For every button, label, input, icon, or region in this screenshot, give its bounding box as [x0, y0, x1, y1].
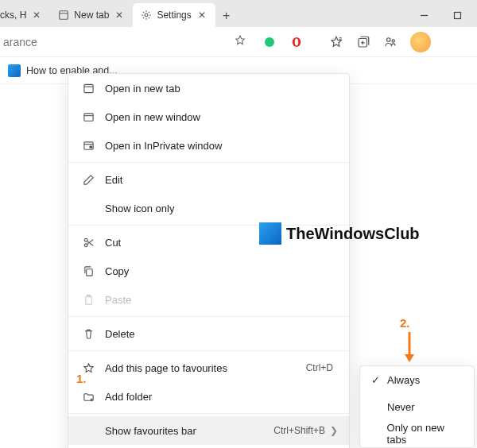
menu-label: Delete — [97, 328, 338, 340]
scissors-icon — [80, 237, 97, 249]
close-icon[interactable]: ✕ — [31, 10, 42, 21]
svg-point-13 — [387, 37, 391, 41]
svg-marker-32 — [405, 354, 414, 362]
menu-paste: Paste — [68, 285, 349, 314]
submenu-never[interactable]: Never — [360, 393, 474, 420]
menu-show-icon-only[interactable]: Show icon only — [68, 194, 349, 222]
submenu-label: Always — [387, 374, 420, 386]
close-icon[interactable]: ✕ — [196, 10, 207, 21]
clipboard-icon — [80, 294, 97, 306]
minimize-button[interactable] — [407, 3, 440, 27]
svg-point-7 — [295, 38, 299, 45]
menu-open-inprivate[interactable]: Open in InPrivate window — [68, 131, 349, 160]
menu-label: Edit — [97, 174, 338, 186]
svg-rect-27 — [85, 295, 91, 303]
menu-add-favourite[interactable]: Add this page to favourites Ctrl+D — [68, 353, 349, 382]
context-menu: Open in new tab Open in new window Open … — [68, 73, 350, 448]
tab-settings[interactable]: Settings ✕ — [133, 3, 215, 27]
menu-label: Show icon only — [97, 203, 338, 214]
tab-label: Settings — [157, 10, 191, 21]
profile-sync-icon[interactable] — [378, 30, 402, 54]
site-icon — [8, 64, 21, 77]
page-icon — [58, 10, 69, 21]
tab-label: cks, H — [0, 10, 26, 21]
menu-label: Show favourites bar — [97, 425, 273, 437]
menu-hide-favourites-button[interactable]: Hide favourites button from toolbar — [68, 445, 349, 448]
menu-open-new-tab[interactable]: Open in new tab — [68, 74, 349, 102]
window-icon — [80, 111, 97, 123]
svg-point-23 — [84, 238, 87, 241]
window-controls — [407, 3, 474, 27]
menu-label: Add folder — [97, 391, 338, 403]
gear-icon — [141, 10, 152, 21]
menu-label: Open in new tab — [97, 83, 338, 95]
address-text: arance — [3, 36, 37, 48]
submenu-label: Only on new tabs — [387, 422, 464, 446]
folder-plus-icon — [80, 391, 97, 403]
opera-icon[interactable] — [285, 30, 308, 54]
menu-copy[interactable]: Copy — [68, 257, 349, 285]
svg-point-22 — [84, 243, 87, 246]
menu-label: Copy — [97, 265, 338, 277]
address-bar[interactable]: arance — [0, 30, 254, 54]
menu-delete[interactable]: Delete — [68, 319, 349, 348]
svg-rect-4 — [454, 12, 460, 18]
submenu-always[interactable]: ✓ Always — [360, 366, 474, 393]
maximize-button[interactable] — [440, 3, 474, 27]
menu-label: Open in new window — [97, 111, 338, 123]
menu-show-favourites-bar[interactable]: Show favourites bar Ctrl+Shift+B ❯ — [68, 416, 349, 445]
new-tab-icon — [80, 83, 97, 95]
svg-rect-17 — [83, 113, 92, 120]
toolbar: arance — [0, 27, 477, 57]
menu-shortcut: Ctrl+Shift+B — [273, 425, 330, 436]
menu-label: Paste — [97, 294, 338, 306]
copy-icon — [80, 265, 97, 277]
pencil-icon — [80, 174, 97, 186]
menu-label: Open in InPrivate window — [97, 140, 338, 152]
svg-point-2 — [145, 14, 148, 17]
favorite-star-icon[interactable] — [234, 34, 246, 49]
tab-strip: cks, H ✕ New tab ✕ Settings ✕ + — [0, 0, 477, 27]
annotation-2: 2. — [400, 316, 410, 330]
separator — [68, 316, 349, 317]
svg-rect-21 — [89, 145, 92, 148]
favorites-icon[interactable] — [324, 30, 348, 54]
submenu-label: Never — [387, 401, 415, 413]
svg-rect-0 — [60, 11, 68, 20]
menu-label: Add this page to favourites — [97, 362, 306, 374]
svg-point-14 — [392, 39, 394, 41]
tab-label: New tab — [74, 10, 109, 21]
show-favourites-bar-submenu: ✓ Always Never Only on new tabs — [359, 365, 475, 448]
tab-partial[interactable]: cks, H ✕ — [0, 3, 50, 27]
profile-avatar[interactable] — [410, 32, 431, 52]
tab-new-tab[interactable]: New tab ✕ — [50, 3, 133, 27]
menu-add-folder[interactable]: Add folder — [68, 382, 349, 411]
separator — [68, 350, 349, 351]
collections-icon[interactable] — [351, 30, 375, 54]
chevron-right-icon: ❯ — [330, 425, 338, 436]
menu-shortcut: Ctrl+D — [306, 362, 338, 373]
watermark-text: TheWindowsClub — [286, 225, 420, 243]
submenu-only-new-tabs[interactable]: Only on new tabs — [360, 420, 474, 447]
close-icon[interactable]: ✕ — [114, 10, 125, 21]
watermark-logo-icon — [259, 222, 281, 245]
check-icon: ✓ — [370, 374, 381, 386]
inprivate-icon — [80, 140, 97, 152]
separator — [68, 162, 349, 163]
grammarly-icon[interactable] — [258, 30, 281, 54]
watermark: TheWindowsClub — [259, 222, 420, 245]
trash-icon — [80, 328, 97, 340]
svg-rect-26 — [86, 268, 92, 275]
svg-rect-15 — [83, 84, 92, 92]
menu-open-new-window[interactable]: Open in new window — [68, 102, 349, 131]
new-tab-button[interactable]: + — [215, 5, 238, 27]
annotation-arrow-icon — [404, 330, 415, 364]
menu-edit[interactable]: Edit — [68, 165, 349, 194]
svg-point-5 — [265, 37, 274, 47]
separator — [68, 413, 349, 414]
annotation-1: 1. — [76, 372, 87, 385]
